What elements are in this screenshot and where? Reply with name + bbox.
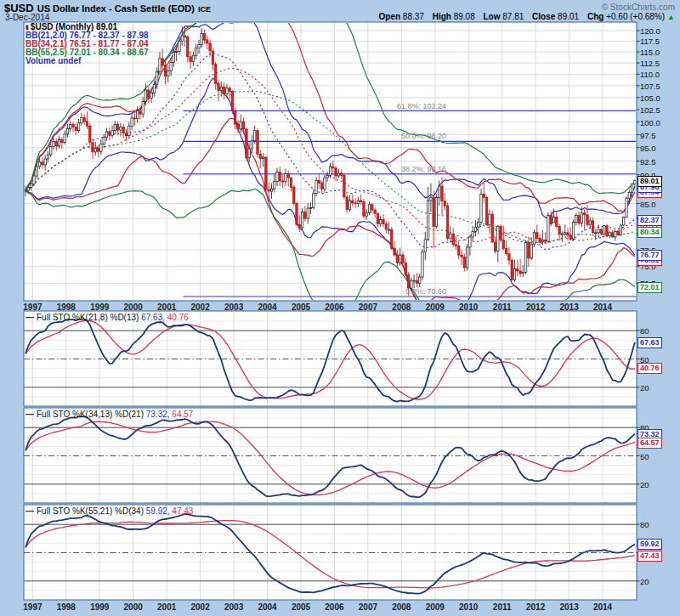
stockcharts-copyright-link[interactable]: © StockCharts.com — [602, 3, 675, 12]
chart-canvas — [0, 0, 680, 616]
stockcharts-price-chart: $USDUS Dollar Index - Cash Settle (EOD)I… — [0, 0, 680, 616]
